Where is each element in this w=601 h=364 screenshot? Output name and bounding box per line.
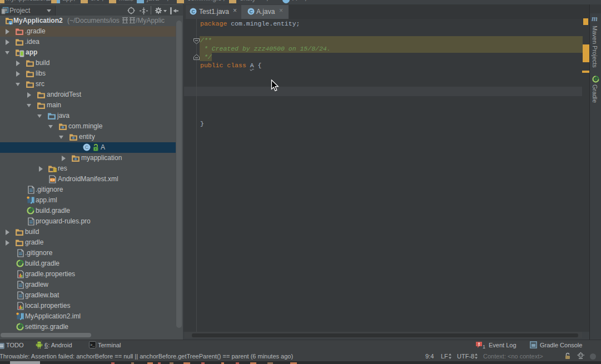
- svg-text:>_: >_: [90, 343, 95, 347]
- svg-text:C: C: [85, 144, 89, 150]
- svg-text:<>: <>: [51, 178, 55, 182]
- svg-text:C: C: [191, 9, 195, 14]
- svg-text:C: C: [249, 9, 252, 14]
